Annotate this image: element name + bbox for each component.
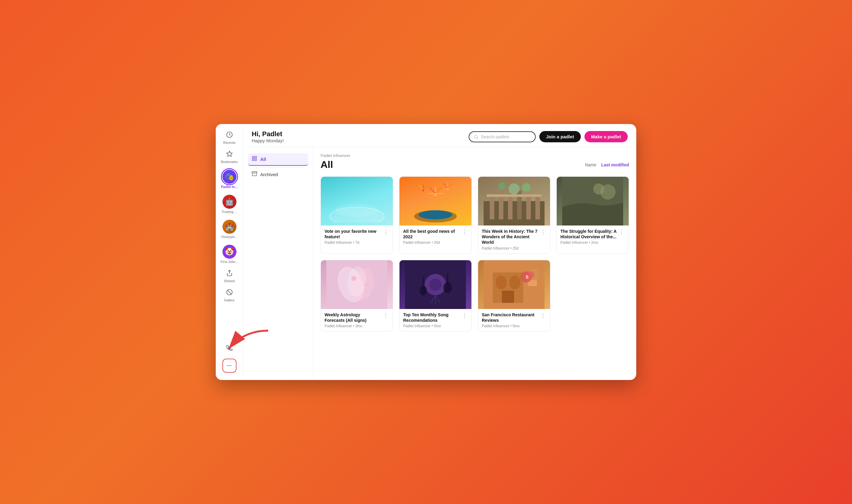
nav-item-archived[interactable]: Archived bbox=[248, 168, 308, 180]
padlet-title: Vote on your favorite new feature! bbox=[325, 229, 381, 239]
svg-point-14 bbox=[336, 203, 378, 217]
header: Hi, Padlet Happy Monday! Join a padlet M… bbox=[243, 124, 636, 147]
gallery-icon bbox=[226, 289, 233, 297]
main-area: Hi, Padlet Happy Monday! Join a padlet M… bbox=[243, 124, 636, 380]
more-dots-button[interactable]: ⋮ bbox=[540, 229, 546, 235]
sidebar-item-bookmarks[interactable]: Bookmarks bbox=[218, 148, 241, 166]
svg-marker-1 bbox=[226, 151, 232, 156]
vote-visual bbox=[325, 192, 389, 222]
astrology-visual bbox=[321, 260, 393, 309]
svg-rect-36 bbox=[526, 195, 531, 219]
svg-rect-37 bbox=[536, 197, 540, 219]
svg-point-40 bbox=[498, 182, 506, 190]
padlet-meta: Padlet Influencer • 2mo bbox=[560, 240, 625, 245]
padlet-card[interactable]: S San Francisco Restaurant Reviews ⋮ Pad… bbox=[478, 260, 550, 331]
padlet-card[interactable]: Vote on your favorite new feature! ⋮ Pad… bbox=[321, 176, 393, 254]
avatar: 🎭 bbox=[222, 170, 236, 184]
sidebar-item-label: Gallery bbox=[224, 298, 235, 302]
avatar: 🤡 bbox=[222, 245, 236, 259]
more-dots-button[interactable]: ⋮ bbox=[461, 312, 468, 319]
padlet-title: Top Ten Monthly Song Recomendations bbox=[403, 312, 460, 323]
nav-item-all[interactable]: All bbox=[248, 153, 308, 166]
svg-rect-63 bbox=[496, 275, 506, 289]
content-area: All Archived Padlet Influencer All bbox=[243, 147, 636, 380]
clock-icon bbox=[226, 131, 233, 140]
padlet-info: This Week in History: The 7 Wonders of t… bbox=[478, 226, 550, 253]
more-dots-button[interactable]: ⋮ bbox=[618, 229, 625, 235]
sidebar-item-trusting[interactable]: 🤖 Trusting ... bbox=[218, 192, 241, 216]
sidebar-item-shared[interactable]: Shared bbox=[218, 267, 241, 285]
svg-rect-55 bbox=[423, 277, 424, 291]
svg-point-50 bbox=[364, 283, 368, 286]
sidebar-item-label: Recents bbox=[223, 141, 235, 144]
padlet-card[interactable]: All the best good news of 2022 ⋮ Padlet … bbox=[399, 176, 472, 254]
news-visual bbox=[399, 177, 471, 226]
padlet-title-row: This Week in History: The 7 Wonders of t… bbox=[482, 229, 546, 245]
svg-line-19 bbox=[435, 187, 441, 194]
sort-name[interactable]: Name bbox=[585, 162, 596, 167]
more-dots-button[interactable]: ⋮ bbox=[382, 312, 389, 319]
songs-visual bbox=[399, 260, 471, 309]
padlet-thumbnail bbox=[321, 177, 393, 226]
padlet-card[interactable]: This Week in History: The 7 Wonders of t… bbox=[478, 176, 550, 254]
search-input[interactable] bbox=[481, 134, 530, 139]
more-button[interactable]: ··· bbox=[222, 359, 236, 373]
svg-line-25 bbox=[448, 183, 452, 188]
page-title-row: All Name Last modified bbox=[321, 159, 629, 170]
svg-point-53 bbox=[429, 278, 441, 291]
svg-point-39 bbox=[509, 183, 520, 194]
padlet-info: Top Ten Monthly Song Recomendations ⋮ Pa… bbox=[399, 309, 471, 331]
sidebar-item-label: First Joke... bbox=[221, 260, 238, 264]
padlet-info: All the best good news of 2022 ⋮ Padlet … bbox=[399, 226, 471, 248]
svg-point-27 bbox=[422, 190, 424, 191]
padlet-meta: Padlet Influencer • 5mo bbox=[482, 324, 546, 328]
breadcrumb: Padlet Influencer bbox=[321, 153, 629, 158]
padlet-meta: Padlet Influencer • 5mo bbox=[403, 324, 468, 328]
svg-text:S: S bbox=[526, 274, 528, 280]
sort-modified[interactable]: Last modified bbox=[601, 162, 629, 167]
avatar: 🏰 bbox=[222, 220, 236, 234]
padlet-thumbnail bbox=[321, 260, 393, 309]
svg-point-41 bbox=[522, 183, 530, 192]
sidebar-item-firstjoke[interactable]: 🤡 First Joke... bbox=[218, 242, 241, 266]
more-dots-button[interactable]: ⋮ bbox=[382, 229, 389, 235]
sidebar-item-gallery[interactable]: Gallery bbox=[218, 286, 241, 304]
join-padlet-button[interactable]: Join a padlet bbox=[539, 131, 581, 142]
padlet-title-row: All the best good news of 2022 ⋮ bbox=[403, 229, 468, 239]
svg-point-44 bbox=[593, 183, 604, 194]
padlet-card[interactable]: Weekly Astrology Forecasts (All signs) ⋮… bbox=[321, 260, 393, 331]
more-dots-button[interactable]: ⋮ bbox=[540, 312, 546, 319]
search-box[interactable] bbox=[469, 131, 536, 142]
svg-rect-32 bbox=[490, 195, 494, 219]
make-padlet-button[interactable]: Make a padlet bbox=[584, 131, 628, 142]
sidebar-item-label: Shared bbox=[224, 279, 235, 283]
sidebar-item-notifications[interactable] bbox=[218, 342, 241, 355]
svg-rect-64 bbox=[509, 275, 520, 289]
svg-rect-38 bbox=[487, 194, 542, 197]
left-nav: All Archived bbox=[243, 147, 313, 380]
padlet-thumbnail: S bbox=[478, 260, 550, 309]
svg-rect-11 bbox=[252, 172, 257, 173]
avatar: 🤖 bbox=[222, 195, 236, 209]
sidebar-bottom: ··· bbox=[218, 342, 241, 375]
padlet-title: This Week in History: The 7 Wonders of t… bbox=[482, 229, 539, 245]
sidebar-item-overjoyed[interactable]: 🏰 Overjoye... bbox=[218, 217, 241, 241]
sidebar-item-more[interactable]: ··· bbox=[218, 356, 241, 375]
archive-icon bbox=[252, 171, 257, 178]
padlets-grid: Vote on your favorite new feature! ⋮ Pad… bbox=[321, 176, 629, 331]
svg-line-6 bbox=[477, 138, 478, 138]
sidebar: Recents Bookmarks 🎭 Padlet In... 🤖 Trust… bbox=[216, 124, 243, 380]
more-dots-button[interactable]: ⋮ bbox=[461, 229, 468, 235]
padlet-card[interactable]: Top Ten Monthly Song Recomendations ⋮ Pa… bbox=[399, 260, 472, 331]
svg-rect-57 bbox=[447, 274, 448, 288]
header-greeting: Hi, Padlet Happy Monday! bbox=[252, 130, 284, 143]
svg-line-20 bbox=[429, 187, 435, 194]
sidebar-item-padlet-influencer[interactable]: 🎭 Padlet In... bbox=[218, 167, 241, 191]
sidebar-item-label: Padlet In... bbox=[221, 185, 238, 188]
padlet-title-row: Weekly Astrology Forecasts (All signs) ⋮ bbox=[325, 312, 389, 323]
svg-point-23 bbox=[447, 188, 449, 190]
padlet-card[interactable]: The Struggle for Equality: A Historical … bbox=[557, 176, 629, 254]
sidebar-item-recents[interactable]: Recents bbox=[218, 129, 241, 147]
svg-rect-9 bbox=[252, 159, 254, 161]
padlet-title-row: Vote on your favorite new feature! ⋮ bbox=[325, 229, 389, 239]
